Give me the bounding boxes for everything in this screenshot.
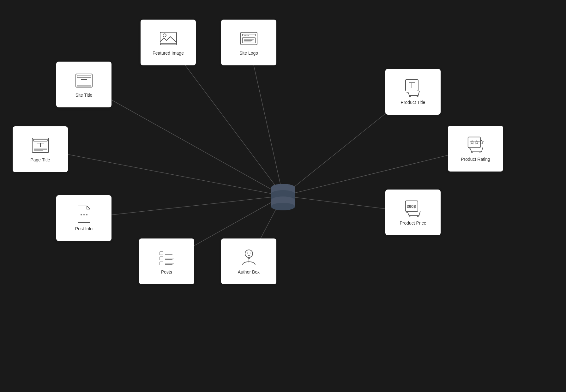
featured-image-card[interactable]: Featured Image [141,20,196,65]
svg-line-2 [84,84,283,196]
author-box-icon [240,249,258,266]
product-rating-label: Product Rating [461,157,490,162]
site-logo-icon: LOGO [240,30,258,47]
svg-rect-39 [33,139,47,141]
svg-point-51 [86,214,87,215]
svg-rect-32 [77,85,91,86]
svg-rect-24 [242,38,255,43]
featured-image-icon [160,30,177,47]
svg-point-48 [480,152,481,153]
svg-rect-59 [160,257,163,260]
svg-line-6 [84,196,283,218]
posts-icon [158,249,176,266]
posts-label: Posts [161,269,172,274]
svg-point-65 [245,250,253,257]
site-title-card[interactable]: Site Title [56,62,111,107]
product-rating-icon: ★★★ [467,136,485,154]
svg-point-54 [409,215,410,217]
site-title-icon [75,72,93,89]
post-info-card[interactable]: Post Info [56,195,111,241]
page-title-icon [32,136,49,154]
svg-text:LOGO: LOGO [244,34,250,36]
svg-point-47 [471,152,473,153]
svg-point-55 [417,215,418,217]
svg-rect-62 [160,262,163,265]
database-icon [267,182,299,210]
author-box-label: Author Box [238,269,260,274]
page-title-card[interactable]: Page Title [13,126,68,172]
svg-point-49 [81,214,82,215]
svg-point-50 [83,214,85,215]
product-price-card[interactable]: 360$ Product Price [385,190,441,235]
product-price-label: Product Price [400,220,426,226]
svg-point-16 [271,203,295,210]
post-info-icon [75,205,93,223]
svg-point-36 [409,95,411,97]
svg-point-18 [163,34,166,37]
svg-line-4 [40,149,283,196]
site-logo-card[interactable]: LOGO Site Logo [221,20,276,65]
site-logo-label: Site Logo [239,51,258,56]
author-box-card[interactable]: Author Box [221,238,276,284]
svg-point-66 [247,252,248,253]
product-rating-card[interactable]: ★★★ Product Rating [448,126,503,172]
product-title-label: Product Title [401,100,425,105]
svg-rect-56 [160,252,163,255]
svg-line-5 [283,148,475,196]
product-title-icon [404,79,422,97]
post-info-label: Post Info [75,226,93,231]
product-title-card[interactable]: Product Title [385,69,441,115]
svg-rect-29 [77,75,91,78]
page-title-label: Page Title [30,157,50,162]
posts-card[interactable]: Posts [139,238,194,284]
svg-point-67 [250,252,250,253]
database-center [264,180,302,212]
svg-text:360$: 360$ [406,204,416,209]
diagram-container: Featured Image LOGO Site Logo [0,0,566,392]
site-title-label: Site Title [75,93,93,98]
featured-image-label: Featured Image [153,51,184,56]
product-price-icon: 360$ [404,200,422,217]
svg-point-37 [417,95,418,97]
svg-text:★★★: ★★★ [470,139,484,145]
